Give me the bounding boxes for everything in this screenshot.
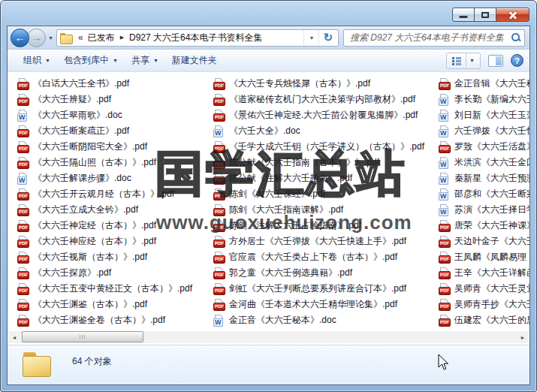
breadcrumb-overflow-chevron[interactable]: « [75,32,86,43]
file-item[interactable]: PDF吴师青《大六壬灵觉 [439,281,529,297]
file-item[interactable]: PDF王凤麟《凤麟易理《 [439,249,529,265]
scrollbar-thumb[interactable] [22,331,143,342]
help-button[interactable]: ? [511,54,523,67]
file-item[interactable]: W秦新星《大六壬预测 [439,170,529,186]
file-item[interactable]: PDF官应震《大六壬类占上下卷（古本）》.pdf [213,249,439,265]
pdf-file-icon: PDF [17,78,29,90]
file-item[interactable]: PDF《大六壬开云观月经（古本）》.pdf [17,186,213,202]
toolbar-include-in-library-button[interactable]: 包含到库中 ▼ [57,51,125,70]
pdf-file-icon: PDF [17,220,29,232]
file-name: 《道家秘传玄机门大六壬决策学内部教材》.pdf [229,93,415,106]
file-name: 《大六壬渊鉴全卷（古本）》.pdf [33,314,165,327]
file-item[interactable]: W李长勤《新编大六壬 [439,92,529,107]
scroll-right-arrow-icon[interactable]: ► [517,331,529,343]
file-item[interactable]: PDF《大六壬立成大全钤》.pdf [17,202,213,218]
change-view-button[interactable]: ▼ [446,53,481,69]
file-item[interactable]: PDF陈剑《注解大六壬占验指南》.pdf [213,218,439,234]
file-item[interactable]: PDF金正音辑《大六壬秘 [439,76,529,92]
file-item[interactable]: PDF伍建宏《大六壬的思 [439,312,529,328]
breadcrumb-arrow-icon[interactable]: ▶ [116,35,128,41]
preview-pane-button[interactable] [488,55,503,67]
file-item[interactable]: PDF方外居士《六壬弹拔《大六壬快速上手》.pdf [213,234,439,249]
address-dropdown-icon[interactable]: ▼ [303,30,318,46]
doc-file-icon: W [439,125,451,137]
file-item[interactable]: PDF陈公献《注解大六壬指南》.pdf [213,170,439,186]
horizontal-scrollbar[interactable]: ◄ ► [8,331,529,343]
file-item[interactable]: W金正音《大六壬秘本》.doc [213,312,439,328]
close-button[interactable] [496,8,529,22]
file-item[interactable]: PDF剑虹《大六壬判断总要系列讲座合订本》.pdf [213,281,439,297]
file-item[interactable]: PDF《大六壬探原》.pdf [17,265,213,281]
pdf-file-icon: PDF [17,299,29,311]
breadcrumb-segment[interactable]: D927 大六壬64本电子书资料全集 [128,32,264,44]
file-name: 吴师青手抄《大六壬 [454,298,529,311]
file-item[interactable]: PDF《大六壬渊鉴全卷（古本）》.pdf [17,312,213,328]
file-item[interactable]: PDF《大六壬视斯（古本）》.pdf [17,249,213,265]
file-item[interactable]: W《大六壬翠雨歌》.doc [17,107,213,123]
file-item[interactable]: W苏演《大六壬择日学 [439,202,529,218]
toolbar-share-button[interactable]: 共享 ▼ [125,51,165,70]
pdf-file-icon: PDF [17,188,29,201]
file-item[interactable]: PDF《大六壬隔山照（古本）》.pdf [17,155,213,170]
pdf-file-icon: PDF [17,252,29,264]
file-item[interactable]: PDF陈剑《大六壬课经》.pdf [213,186,439,202]
toolbar-new-folder-button[interactable]: 新建文件夹 [165,51,224,70]
pdf-file-icon: PDF [213,110,225,122]
file-item[interactable]: PDF金河曲《壬本道术大六壬精华理论集》.pdf [213,297,439,312]
refresh-icon[interactable]: ↻ [318,30,336,46]
breadcrumb-segment[interactable]: 已发布 [86,32,116,44]
file-item[interactable]: PDF《大六壬断案疏正》.pdf [17,123,213,139]
file-item[interactable]: PDF《道家秘传玄机门大六壬决策学内部教材》.pdf [213,92,439,107]
file-item[interactable]: PDF《景佑六壬神定经.大六壬苗公射覆鬼撮脚》.pdf [213,107,439,123]
maximize-button[interactable] [474,8,496,22]
address-bar[interactable]: « 已发布 ▶ D927 大六壬64本电子书资料全集 ▼ ↻ [56,29,339,47]
file-item[interactable]: W邵彦和《大六壬断案 [439,186,529,202]
window-controls [453,8,529,22]
file-item[interactable]: PDF吴师青手抄《大六壬 [439,297,529,312]
pdf-file-icon: PDF [17,267,29,279]
doc-file-icon: W [439,110,451,122]
file-item[interactable]: PDF《大六壬神应经（古本）》.pdf [17,234,213,249]
file-name: 《大六壬立成大全钤》.pdf [33,204,138,216]
file-item[interactable]: PDF《大六壬五变中黄经正文（古本）》.pdf [17,281,213,297]
doc-file-icon: W [439,173,451,185]
pdf-file-icon: PDF [439,299,451,311]
doc-file-icon: W [439,204,451,216]
file-item[interactable]: PDF王辛《大六壬详解函 [439,265,529,281]
file-item[interactable]: PDF《大六壬渊鉴（古本）》.pdf [17,297,213,312]
file-item[interactable]: PDF罗致《大六壬活盘》 [439,139,529,155]
back-button[interactable]: ← [11,29,29,47]
file-item[interactable]: PDF《大六壬专兵烛怪犀（古本）》.pdf [213,76,439,92]
file-item[interactable]: PDF《大六壬辨疑》.pdf [17,92,213,107]
scroll-left-arrow-icon[interactable]: ◄ [8,331,20,343]
file-item[interactable]: PDF《大六壬断阴阳宅大全》.pdf [17,139,213,155]
file-item[interactable]: PDF天边叶金子《大六壬 [439,234,529,249]
file-item[interactable]: W《大六壬解课步骤》.doc [17,170,213,186]
pdf-file-icon: PDF [439,220,451,232]
history-dropdown-icon[interactable]: ▼ [46,35,56,41]
file-item[interactable]: PDF《壬学大成六壬钥（六壬学讲义）（古本）》.pdf [213,139,439,155]
file-list-area: PDF《白话大六壬全书》.pdfPDF《大六壬辨疑》.pdfW《大六壬翠雨歌》.… [8,72,529,345]
toolbar-organize-button[interactable]: 组织 ▼ [17,51,57,70]
file-item[interactable]: PDF陈剑《大六壬指南课解》.pdf [213,202,439,218]
file-item[interactable]: PDF陈公献《大六壬指南（古本）》》.pdf [213,155,439,170]
file-item[interactable]: W刘日新《大六壬玉藻 [439,107,529,123]
file-item[interactable]: PDF《大六壬神定经（古本）》.pdf [17,218,213,234]
chevron-down-icon[interactable]: ▼ [466,53,478,68]
file-item[interactable]: W米洪滨《大六壬金口 [439,155,529,170]
file-column-2: PDF《大六壬专兵烛怪犀（古本）》.pdfPDF《道家秘传玄机门大六壬决策学内部… [213,76,439,328]
doc-file-icon: W [439,188,451,201]
item-count-label: 64 个对象 [72,355,112,368]
search-input[interactable] [348,32,511,44]
forward-button[interactable]: → [27,29,46,47]
minimize-button[interactable] [452,8,475,22]
file-name: 《六壬大全》.doc [229,125,300,137]
file-item[interactable]: PDF唐荣《大六壬神课》 [439,218,529,234]
file-item[interactable]: W六壬弹拨《大六壬快 [439,123,529,139]
pdf-file-icon: PDF [213,188,225,201]
toolbar-new-folder-label: 新建文件夹 [172,54,217,67]
file-item[interactable]: PDF《白话大六壬全书》.pdf [17,76,213,92]
file-item[interactable]: PDF郭之童《大六壬例选典籍》.pdf [213,265,439,281]
file-item[interactable]: W《六壬大全》.doc [213,123,439,139]
search-icon[interactable] [511,32,521,43]
